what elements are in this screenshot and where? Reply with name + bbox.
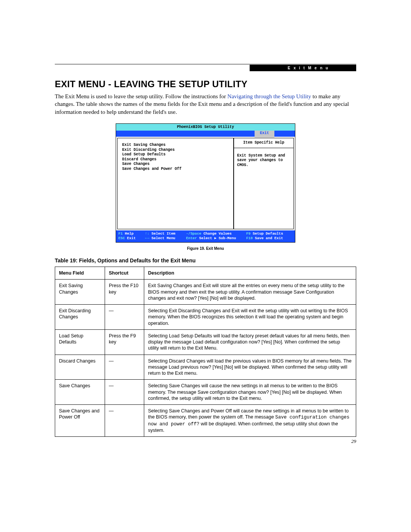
bios-key-label: Select Item [151,232,175,236]
table-row: Save Changes and Power Off — Selecting S… [55,405,356,437]
bios-key: ESC [118,236,125,240]
cell-desc: Exit Saving Changes and Exit will store … [144,280,356,305]
bios-key-label: Select Menu [151,236,175,240]
bios-menu-list: Exit Saving Changes Exit Discarding Chan… [117,138,234,229]
bios-footer: F1 Help ↑↓ Select Item -/Space Change Va… [116,230,295,242]
cell-desc: Selecting Save Changes will cause the ne… [144,380,356,405]
bios-key: F9 [246,232,250,236]
cell-desc: Selecting Discard Changes will load the … [144,355,356,380]
bios-menu-item: Exit Saving Changes [122,143,231,148]
cell-shortcut: — [105,405,144,437]
cell-field: Exit Discarding Changes [55,305,105,330]
bios-key: ↑↓ [145,232,149,236]
cell-field: Load Setup Defaults [55,329,105,355]
nav-link[interactable]: Navigating through the Setup Utility [228,93,311,99]
figure-caption: Figure 19. Exit Menu [55,246,356,251]
bios-help-title: Item Specific Help [234,138,293,148]
cell-shortcut: — [105,355,144,380]
cell-field: Discard Changes [55,355,105,380]
table-row: Exit Saving Changes Press the F10 key Ex… [55,280,356,305]
bios-menu-item: Save Changes and Power Off [122,167,231,172]
col-shortcut: Shortcut [105,267,144,280]
bios-titlebar: PhoenixBIOS Setup Utility [116,124,295,131]
bios-menu-item: Exit Discarding Changes [122,148,231,153]
bios-figure: PhoenixBIOS Setup Utility Exit Exit Savi… [55,123,356,243]
bios-help-pane: Item Specific Help Exit System Setup and… [234,138,294,229]
table-row: Discard Changes — Selecting Discard Chan… [55,355,356,380]
bios-key: F1 [118,232,123,236]
bios-key-label: Exit [127,236,136,240]
bios-key-label: Select ▶ Sub-Menu [199,236,236,240]
bios-key-label: Help [125,232,134,236]
page-title: EXIT MENU - LEAVING THE SETUP UTILITY [55,79,356,89]
bios-menu-item: Save Changes [122,162,231,167]
running-head: E x i t M e n u [250,65,356,71]
bios-tabbar: Exit [116,131,295,137]
intro-paragraph: The Exit Menu is used to leave the setup… [55,93,356,116]
table-row: Load Setup Defaults Press the F9 key Sel… [55,329,356,355]
bios-help-body: Exit System Setup and save your changes … [234,148,293,173]
cell-shortcut: — [105,380,144,405]
bios-key: F10 [246,236,253,240]
bios-key: ←→ [145,236,149,240]
table-title: Table 19: Fields, Options and Defaults f… [55,257,356,264]
bios-tab-exit: Exit [255,131,274,137]
cell-shortcut: — [105,305,144,330]
cell-shortcut: Press the F9 key [105,329,144,355]
page-number: 29 [351,438,356,444]
cell-desc: Selecting Save Changes and Power Off wil… [144,405,356,437]
col-menu-field: Menu Field [55,267,105,280]
top-rule [55,64,356,64]
intro-pre: The Exit Menu is used to leave the setup… [55,93,228,99]
cell-desc: Selecting Load Setup Defaults will load … [144,329,356,355]
cell-field: Exit Saving Changes [55,280,105,305]
bios-key-label: Change Values [204,232,232,236]
table-row: Save Changes — Selecting Save Changes wi… [55,380,356,405]
bios-window: PhoenixBIOS Setup Utility Exit Exit Savi… [116,123,295,243]
fields-table: Menu Field Shortcut Description Exit Sav… [55,267,356,437]
cell-field: Save Changes and Power Off [55,405,105,437]
col-description: Description [144,267,356,280]
bios-menu-item: Load Setup Defaults [122,152,231,157]
table-row: Exit Discarding Changes — Selecting Exit… [55,305,356,330]
bios-key: -/Space [186,232,201,236]
bios-menu-item: Discard Changes [122,157,231,162]
bios-key: Enter [186,236,197,240]
cell-field: Save Changes [55,380,105,405]
cell-desc: Selecting Exit Discarding Changes and Ex… [144,305,356,330]
table-header-row: Menu Field Shortcut Description [55,267,356,280]
bios-key-label: Setup Defaults [253,232,283,236]
cell-shortcut: Press the F10 key [105,280,144,305]
bios-key-label: Save and Exit [255,236,283,240]
